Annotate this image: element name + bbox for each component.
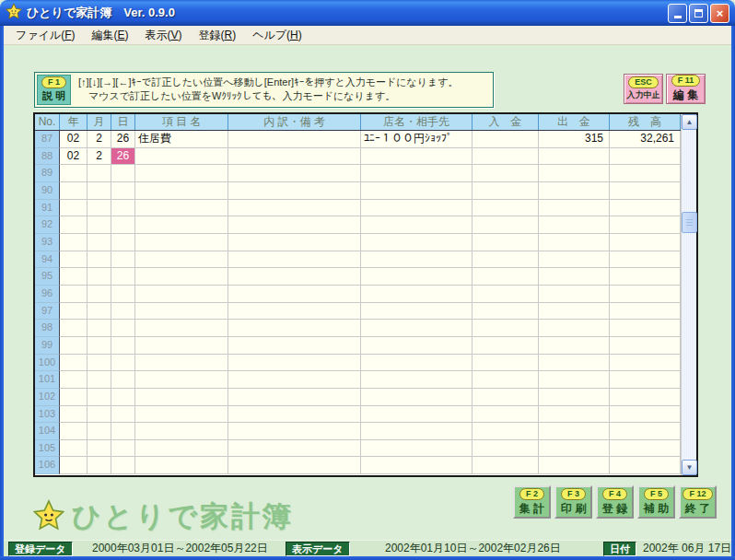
cell-note[interactable] [228,131,361,148]
cell-item[interactable] [135,371,228,389]
cell-income[interactable] [472,337,539,355]
cell-outgo[interactable] [539,303,610,321]
cell-shop[interactable] [361,165,472,182]
cell-shop[interactable] [361,234,472,251]
cell-item[interactable] [135,303,228,321]
cell-outgo[interactable] [539,148,610,166]
scroll-down-button[interactable]: ▼ [682,460,697,475]
cell-income[interactable] [472,234,539,251]
cell-balance[interactable] [610,286,681,303]
register-button[interactable]: F 4登 録 [596,485,634,519]
cell-shop[interactable] [361,389,472,406]
cell-outgo[interactable] [539,268,610,286]
cell-income[interactable] [472,406,539,424]
cell-note[interactable] [228,165,361,182]
cell-year[interactable] [60,268,88,286]
cell-day[interactable] [111,371,135,389]
cell-month[interactable]: 2 [88,131,111,148]
cell-income[interactable] [472,286,539,303]
cell-day[interactable] [111,423,135,440]
cell-day[interactable] [111,200,135,217]
scroll-up-button[interactable]: ▲ [682,114,697,130]
cell-balance[interactable] [610,216,681,234]
cell-month[interactable] [88,389,111,406]
cell-outgo[interactable] [539,440,610,458]
menu-item-edit[interactable]: 編集(E) [83,26,136,45]
cell-month[interactable] [88,303,111,321]
cell-day[interactable] [111,216,135,234]
cell-day[interactable] [111,286,135,303]
cell-income[interactable] [472,148,539,166]
cell-balance[interactable] [610,320,681,337]
cell-year[interactable]: 02 [60,148,88,166]
cell-note[interactable] [228,406,361,424]
cell-year[interactable]: 02 [60,131,88,148]
cell-outgo[interactable] [539,182,610,200]
cell-outgo[interactable] [539,423,610,440]
cell-shop[interactable] [361,355,472,372]
cell-outgo[interactable] [539,371,610,389]
cell-item[interactable] [135,355,228,372]
cell-balance[interactable] [610,457,681,474]
cell-item[interactable] [135,423,228,440]
cell-month[interactable] [88,406,111,424]
cell-year[interactable] [60,440,88,458]
cell-month[interactable] [88,371,111,389]
cell-note[interactable] [228,320,361,337]
cell-day[interactable] [111,165,135,182]
cell-outgo[interactable] [539,234,610,251]
cell-year[interactable] [60,423,88,440]
cell-year[interactable] [60,216,88,234]
close-button[interactable]: × [710,4,729,23]
cell-month[interactable] [88,268,111,286]
cell-outgo[interactable] [539,337,610,355]
cell-income[interactable] [472,457,539,474]
cell-year[interactable] [60,251,88,269]
cell-day[interactable] [111,440,135,458]
edit-button[interactable]: F 11 編 集 [666,74,706,104]
cell-note[interactable] [228,303,361,321]
cell-income[interactable] [472,165,539,182]
cell-month[interactable] [88,355,111,372]
cell-outgo[interactable]: 315 [539,131,610,148]
cell-item[interactable] [135,320,228,337]
cell-item[interactable]: 住居費 [135,131,228,148]
totals-button[interactable]: F 2集 計 [513,485,551,519]
cell-income[interactable] [472,268,539,286]
cell-year[interactable] [60,182,88,200]
cell-outgo[interactable] [539,406,610,424]
cell-day[interactable] [111,251,135,269]
cell-year[interactable] [60,234,88,251]
cell-item[interactable] [135,182,228,200]
cell-outgo[interactable] [539,320,610,337]
cell-note[interactable] [228,371,361,389]
cell-balance[interactable] [610,268,681,286]
cell-note[interactable] [228,440,361,458]
cell-shop[interactable] [361,251,472,269]
cell-month[interactable] [88,337,111,355]
cell-note[interactable] [228,216,361,234]
cell-shop[interactable] [361,200,472,217]
minimize-button[interactable] [668,4,687,23]
cell-balance[interactable] [610,337,681,355]
menu-item-view[interactable]: 表示(V) [136,26,190,45]
cell-shop[interactable] [361,268,472,286]
cell-balance[interactable] [610,440,681,458]
cell-note[interactable] [228,423,361,440]
cell-balance[interactable] [610,165,681,182]
cell-shop[interactable] [361,337,472,355]
cell-shop[interactable] [361,457,472,474]
cell-item[interactable] [135,406,228,424]
cell-note[interactable] [228,200,361,217]
cell-year[interactable] [60,337,88,355]
cell-income[interactable] [472,440,539,458]
cell-year[interactable] [60,406,88,424]
cell-day[interactable] [111,337,135,355]
cell-income[interactable] [472,216,539,234]
cell-shop[interactable] [361,303,472,321]
cell-month[interactable] [88,457,111,474]
cell-item[interactable] [135,268,228,286]
cell-note[interactable] [228,148,361,166]
cell-day[interactable] [111,268,135,286]
scrollbar-thumb[interactable] [682,212,697,233]
